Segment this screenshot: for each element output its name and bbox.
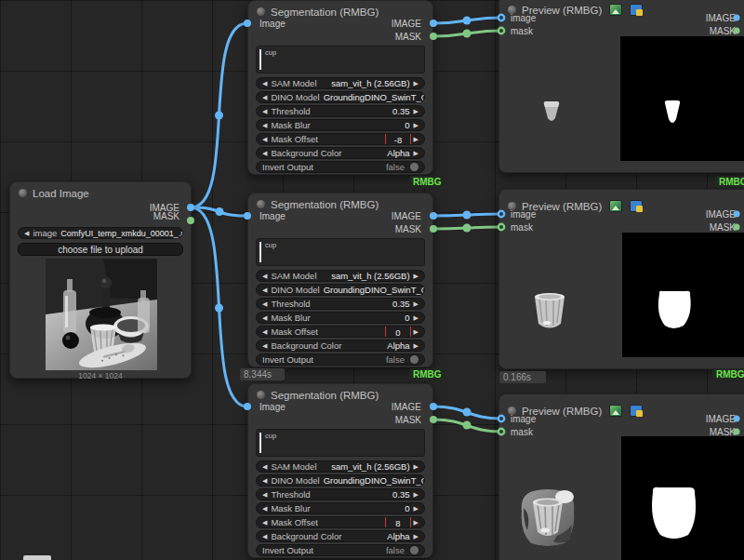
background-color-widget[interactable]: ◀ Background Color Alpha ▶ (256, 340, 425, 352)
output-slot-mask[interactable]: MASK (395, 32, 421, 42)
segmentation-node-3[interactable]: Segmentation (RMBG) Image IMAGE MASK cup… (247, 383, 433, 558)
input-slot-image[interactable]: Image (259, 19, 286, 29)
output-slot-mask[interactable]: MASK (153, 211, 179, 221)
prev-arrow-icon[interactable]: ◀ (262, 342, 267, 349)
dino-model-widget[interactable]: ◀ DINO Model GroundingDINO_SwinT_OGC ...… (256, 91, 425, 103)
node-title-bar[interactable]: Segmentation (RMBG) (248, 193, 432, 213)
prev-arrow-icon[interactable]: ◀ (262, 463, 267, 470)
output-slot-image[interactable]: IMAGE (706, 209, 736, 220)
dino-model-widget[interactable]: ◀ DINO Model GroundingDINO_SwinT_OGC ...… (256, 474, 425, 487)
threshold-widget[interactable]: ◀ Threshold 0.35 ▶ (256, 105, 425, 117)
input-slot-image[interactable]: image (511, 13, 536, 23)
invert-output-toggle[interactable]: Invert Output false (256, 161, 425, 173)
prev-arrow-icon[interactable]: ◀ (262, 122, 267, 128)
sam-model-widget[interactable]: ◀ SAM Model sam_vit_h (2.56GB) ▶ (256, 460, 425, 473)
output-slot-image[interactable]: IMAGE (706, 13, 736, 23)
preview-node-2[interactable]: Preview (RMBG) image mask IMAGE MASK (498, 189, 744, 369)
toggle-knob-icon[interactable] (410, 163, 418, 171)
next-arrow-icon[interactable]: ▶ (414, 136, 418, 142)
prev-arrow-icon[interactable]: ◀ (262, 108, 267, 114)
next-arrow-icon[interactable]: ▶ (414, 314, 418, 321)
image-file-selector[interactable]: ◀ image ComfyUI_temp_xmkdu_00001_.png ▶ (18, 227, 183, 239)
prev-arrow-icon[interactable]: ◀ (262, 328, 267, 335)
prev-arrow-icon[interactable]: ◀ (262, 477, 267, 484)
output-slot-mask[interactable]: MASK (395, 224, 421, 234)
segmentation-node-2[interactable]: Segmentation (RMBG) Image IMAGE MASK cup… (247, 193, 433, 367)
output-slot-image[interactable]: IMAGE (392, 211, 421, 221)
input-slot-image[interactable]: image (511, 209, 536, 220)
output-slot-mask[interactable]: MASK (395, 415, 421, 425)
collapse-dot-icon[interactable] (257, 391, 265, 399)
input-slot-mask[interactable]: mask (511, 222, 533, 233)
output-slot-image[interactable]: IMAGE (706, 414, 736, 424)
prev-arrow-icon[interactable]: ◀ (262, 273, 267, 279)
prev-arrow-icon[interactable]: ◀ (262, 505, 267, 512)
mask-offset-widget[interactable]: ◀ Mask Offset 0 ▶ (256, 326, 425, 338)
prompt-textarea[interactable]: cup (256, 429, 425, 457)
output-slot-mask[interactable]: MASK (710, 26, 736, 36)
next-arrow-icon[interactable]: ▶ (414, 150, 418, 156)
next-arrow-icon[interactable]: ▶ (414, 122, 418, 128)
next-arrow-icon[interactable]: ▶ (414, 328, 418, 335)
output-slot-image[interactable]: IMAGE (392, 19, 421, 29)
sam-model-widget[interactable]: ◀ SAM Model sam_vit_h (2.56GB) ▶ (256, 77, 425, 89)
preview-node-3[interactable]: Preview (RMBG) image mask IMAGE MASK (498, 393, 744, 560)
threshold-widget[interactable]: ◀ Threshold 0.35 ▶ (256, 488, 425, 500)
collapse-dot-icon[interactable] (257, 200, 265, 208)
prev-arrow-icon[interactable]: ◀ (262, 136, 267, 142)
prev-arrow-icon[interactable]: ◀ (24, 230, 29, 236)
next-arrow-icon[interactable]: ▶ (414, 533, 418, 540)
collapse-dot-icon[interactable] (257, 7, 265, 16)
background-color-widget[interactable]: ◀ Background Color Alpha ▶ (256, 530, 425, 542)
segmentation-node-1[interactable]: Segmentation (RMBG) Image IMAGE MASK cup… (247, 0, 433, 175)
preview-node-1[interactable]: Preview (RMBG) image mask IMAGE MASK (498, 0, 744, 173)
input-slot-image[interactable]: Image (259, 402, 286, 412)
mask-blur-widget[interactable]: ◀ Mask Blur 0 ▶ (256, 502, 425, 514)
load-image-node[interactable]: Load Image IMAGE MASK ◀ image ComfyUI_te… (9, 181, 192, 379)
prev-arrow-icon[interactable]: ◀ (262, 491, 267, 498)
next-arrow-icon[interactable]: ▶ (414, 463, 418, 470)
prompt-textarea[interactable]: cup (256, 46, 425, 73)
input-slot-image[interactable]: Image (259, 211, 286, 221)
next-arrow-icon[interactable]: ▶ (414, 505, 418, 512)
dino-model-widget[interactable]: ◀ DINO Model GroundingDINO_SwinT_OGC ...… (256, 284, 425, 296)
toggle-knob-icon[interactable] (410, 546, 418, 554)
node-title-bar[interactable]: Segmentation (RMBG) (248, 1, 432, 20)
node-graph-canvas[interactable]: Load Image IMAGE MASK ◀ image ComfyUI_te… (0, 0, 744, 560)
invert-output-toggle[interactable]: Invert Output false (256, 353, 425, 366)
next-arrow-icon[interactable]: ▶ (414, 300, 418, 307)
mask-offset-widget[interactable]: ◀ Mask Offset 8 ▶ (256, 516, 425, 528)
mask-blur-widget[interactable]: ◀ Mask Blur 0 ▶ (256, 119, 425, 131)
next-arrow-icon[interactable]: ▶ (414, 80, 418, 87)
prev-arrow-icon[interactable]: ◀ (262, 519, 267, 526)
threshold-widget[interactable]: ◀ Threshold 0.35 ▶ (256, 298, 425, 310)
next-arrow-icon[interactable]: ▶ (414, 519, 418, 526)
input-slot-mask[interactable]: mask (511, 26, 533, 36)
node-title-bar[interactable]: Segmentation (RMBG) (248, 384, 432, 404)
prompt-textarea[interactable]: cup (256, 238, 425, 266)
input-slot-mask[interactable]: mask (511, 427, 533, 437)
sam-model-widget[interactable]: ◀ SAM Model sam_vit_h (2.56GB) ▶ (256, 270, 425, 282)
prev-arrow-icon[interactable]: ◀ (262, 300, 267, 307)
invert-output-toggle[interactable]: Invert Output false (256, 544, 425, 556)
output-slot-image[interactable]: IMAGE (392, 402, 421, 412)
collapse-dot-icon[interactable] (19, 189, 27, 197)
next-arrow-icon[interactable]: ▶ (414, 273, 418, 279)
prev-arrow-icon[interactable]: ◀ (262, 150, 267, 156)
prev-arrow-icon[interactable]: ◀ (262, 533, 267, 540)
mask-offset-widget[interactable]: ◀ Mask Offset -8 ▶ (256, 133, 425, 145)
next-arrow-icon[interactable]: ▶ (414, 491, 418, 498)
input-slot-image[interactable]: image (511, 414, 536, 424)
next-arrow-icon[interactable]: ▶ (414, 342, 418, 349)
prev-arrow-icon[interactable]: ◀ (262, 94, 267, 100)
toggle-knob-icon[interactable] (410, 355, 418, 364)
node-title-bar[interactable]: Load Image (10, 182, 191, 202)
background-color-widget[interactable]: ◀ Background Color Alpha ▶ (256, 147, 425, 159)
output-slot-mask[interactable]: MASK (710, 222, 736, 233)
prev-arrow-icon[interactable]: ◀ (262, 287, 267, 293)
choose-file-button[interactable]: choose file to upload (18, 243, 183, 256)
mask-blur-widget[interactable]: ◀ Mask Blur 0 ▶ (256, 312, 425, 324)
prev-arrow-icon[interactable]: ◀ (262, 80, 267, 87)
next-arrow-icon[interactable]: ▶ (414, 108, 418, 114)
prev-arrow-icon[interactable]: ◀ (262, 314, 267, 321)
